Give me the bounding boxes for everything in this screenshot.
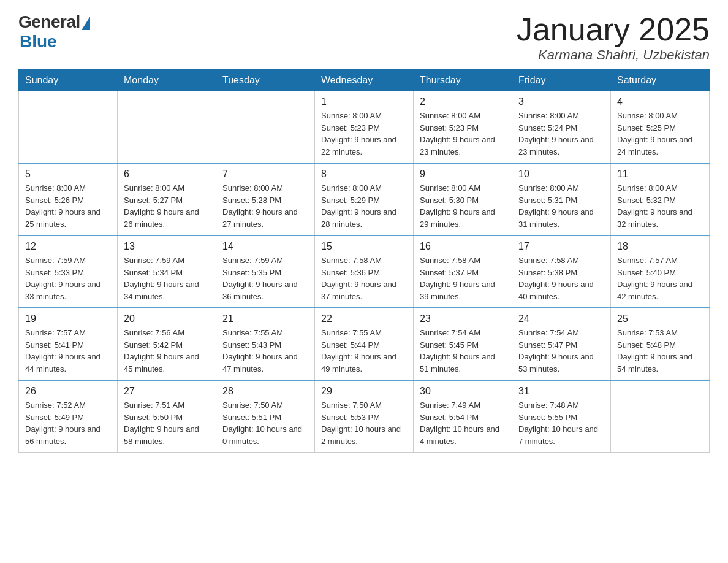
day-info: Sunrise: 7:52 AMSunset: 5:49 PMDaylight:… [25,399,111,447]
calendar-day-cell: 11Sunrise: 8:00 AMSunset: 5:32 PMDayligh… [611,163,710,236]
calendar-day-cell: 14Sunrise: 7:59 AMSunset: 5:35 PMDayligh… [216,236,315,308]
day-number: 30 [420,386,506,397]
day-number: 27 [124,386,210,397]
calendar-week-row: 19Sunrise: 7:57 AMSunset: 5:41 PMDayligh… [19,308,710,380]
calendar-day-cell: 16Sunrise: 7:58 AMSunset: 5:37 PMDayligh… [414,236,512,308]
logo: General Blue [18,12,90,52]
calendar-day-cell: 12Sunrise: 7:59 AMSunset: 5:33 PMDayligh… [19,236,118,308]
calendar-day-cell: 22Sunrise: 7:55 AMSunset: 5:44 PMDayligh… [315,308,414,380]
calendar-day-cell: 19Sunrise: 7:57 AMSunset: 5:41 PMDayligh… [19,308,118,380]
calendar-day-header: Wednesday [315,70,414,91]
logo-triangle-icon [82,17,90,30]
day-info: Sunrise: 7:55 AMSunset: 5:44 PMDaylight:… [321,327,407,375]
calendar-day-cell [216,91,315,164]
day-number: 12 [25,241,111,252]
calendar-day-cell: 8Sunrise: 8:00 AMSunset: 5:29 PMDaylight… [315,163,414,236]
day-info: Sunrise: 8:00 AMSunset: 5:26 PMDaylight:… [25,182,111,230]
calendar-day-header: Monday [118,70,216,91]
calendar-week-row: 5Sunrise: 8:00 AMSunset: 5:26 PMDaylight… [19,163,710,236]
calendar-day-cell: 9Sunrise: 8:00 AMSunset: 5:30 PMDaylight… [414,163,512,236]
calendar-day-cell [118,91,216,164]
calendar-day-cell: 25Sunrise: 7:53 AMSunset: 5:48 PMDayligh… [611,308,710,380]
title-area: January 2025 Karmana Shahri, Uzbekistan [517,12,710,63]
calendar-day-cell: 17Sunrise: 7:58 AMSunset: 5:38 PMDayligh… [512,236,611,308]
day-info: Sunrise: 8:00 AMSunset: 5:24 PMDaylight:… [518,110,604,158]
calendar-week-row: 12Sunrise: 7:59 AMSunset: 5:33 PMDayligh… [19,236,710,308]
day-info: Sunrise: 8:00 AMSunset: 5:27 PMDaylight:… [124,182,210,230]
day-info: Sunrise: 7:59 AMSunset: 5:35 PMDaylight:… [222,255,308,302]
calendar-day-header: Thursday [414,70,512,91]
calendar-day-cell: 27Sunrise: 7:51 AMSunset: 5:50 PMDayligh… [118,380,216,453]
day-number: 21 [222,313,308,324]
day-number: 20 [124,313,210,324]
calendar-day-cell: 29Sunrise: 7:50 AMSunset: 5:53 PMDayligh… [315,380,414,453]
calendar-table: SundayMondayTuesdayWednesdayThursdayFrid… [18,69,710,453]
day-info: Sunrise: 8:00 AMSunset: 5:25 PMDaylight:… [617,110,703,158]
day-number: 18 [617,241,703,252]
day-info: Sunrise: 8:00 AMSunset: 5:31 PMDaylight:… [518,182,604,230]
calendar-header-row: SundayMondayTuesdayWednesdayThursdayFrid… [19,70,710,91]
calendar-week-row: 26Sunrise: 7:52 AMSunset: 5:49 PMDayligh… [19,380,710,453]
day-number: 2 [420,96,506,107]
day-info: Sunrise: 7:48 AMSunset: 5:55 PMDaylight:… [518,399,604,447]
day-info: Sunrise: 7:49 AMSunset: 5:54 PMDaylight:… [420,399,506,447]
day-number: 17 [518,241,604,252]
day-number: 7 [222,169,308,180]
day-info: Sunrise: 7:57 AMSunset: 5:41 PMDaylight:… [25,327,111,375]
day-info: Sunrise: 7:59 AMSunset: 5:33 PMDaylight:… [25,255,111,302]
calendar-day-cell: 10Sunrise: 8:00 AMSunset: 5:31 PMDayligh… [512,163,611,236]
month-title: January 2025 [517,12,710,47]
day-info: Sunrise: 8:00 AMSunset: 5:23 PMDaylight:… [321,110,407,158]
day-info: Sunrise: 7:54 AMSunset: 5:47 PMDaylight:… [518,327,604,375]
day-info: Sunrise: 7:57 AMSunset: 5:40 PMDaylight:… [617,255,703,302]
day-number: 14 [222,241,308,252]
day-number: 15 [321,241,407,252]
day-number: 16 [420,241,506,252]
day-info: Sunrise: 8:00 AMSunset: 5:30 PMDaylight:… [420,182,506,230]
calendar-week-row: 1Sunrise: 8:00 AMSunset: 5:23 PMDaylight… [19,91,710,164]
day-info: Sunrise: 7:50 AMSunset: 5:51 PMDaylight:… [222,399,308,447]
calendar-day-cell: 3Sunrise: 8:00 AMSunset: 5:24 PMDaylight… [512,91,611,164]
calendar-day-cell: 15Sunrise: 7:58 AMSunset: 5:36 PMDayligh… [315,236,414,308]
calendar-day-cell: 24Sunrise: 7:54 AMSunset: 5:47 PMDayligh… [512,308,611,380]
location-subtitle: Karmana Shahri, Uzbekistan [517,47,710,63]
calendar-day-header: Tuesday [216,70,315,91]
calendar-day-cell: 23Sunrise: 7:54 AMSunset: 5:45 PMDayligh… [414,308,512,380]
calendar-day-cell: 20Sunrise: 7:56 AMSunset: 5:42 PMDayligh… [118,308,216,380]
calendar-day-cell: 7Sunrise: 8:00 AMSunset: 5:28 PMDaylight… [216,163,315,236]
calendar-day-cell: 13Sunrise: 7:59 AMSunset: 5:34 PMDayligh… [118,236,216,308]
calendar-day-cell: 1Sunrise: 8:00 AMSunset: 5:23 PMDaylight… [315,91,414,164]
day-info: Sunrise: 7:58 AMSunset: 5:37 PMDaylight:… [420,255,506,302]
calendar-day-cell: 6Sunrise: 8:00 AMSunset: 5:27 PMDaylight… [118,163,216,236]
day-number: 6 [124,169,210,180]
day-number: 28 [222,386,308,397]
day-number: 8 [321,169,407,180]
logo-blue-text: Blue [20,32,57,52]
page-header: General Blue January 2025 Karmana Shahri… [18,12,710,63]
day-info: Sunrise: 8:00 AMSunset: 5:32 PMDaylight:… [617,182,703,230]
calendar-day-cell: 4Sunrise: 8:00 AMSunset: 5:25 PMDaylight… [611,91,710,164]
day-number: 23 [420,313,506,324]
day-number: 29 [321,386,407,397]
day-number: 1 [321,96,407,107]
day-info: Sunrise: 7:58 AMSunset: 5:36 PMDaylight:… [321,255,407,302]
logo-general-text: General [18,12,80,32]
day-number: 10 [518,169,604,180]
calendar-day-cell: 21Sunrise: 7:55 AMSunset: 5:43 PMDayligh… [216,308,315,380]
day-info: Sunrise: 7:59 AMSunset: 5:34 PMDaylight:… [124,255,210,302]
day-number: 19 [25,313,111,324]
day-number: 25 [617,313,703,324]
day-info: Sunrise: 8:00 AMSunset: 5:29 PMDaylight:… [321,182,407,230]
calendar-day-cell: 26Sunrise: 7:52 AMSunset: 5:49 PMDayligh… [19,380,118,453]
day-info: Sunrise: 8:00 AMSunset: 5:23 PMDaylight:… [420,110,506,158]
day-number: 13 [124,241,210,252]
day-info: Sunrise: 8:00 AMSunset: 5:28 PMDaylight:… [222,182,308,230]
day-info: Sunrise: 7:58 AMSunset: 5:38 PMDaylight:… [518,255,604,302]
calendar-day-cell: 18Sunrise: 7:57 AMSunset: 5:40 PMDayligh… [611,236,710,308]
day-number: 24 [518,313,604,324]
day-number: 3 [518,96,604,107]
day-info: Sunrise: 7:54 AMSunset: 5:45 PMDaylight:… [420,327,506,375]
calendar-day-cell: 5Sunrise: 8:00 AMSunset: 5:26 PMDaylight… [19,163,118,236]
calendar-day-cell [19,91,118,164]
day-number: 11 [617,169,703,180]
